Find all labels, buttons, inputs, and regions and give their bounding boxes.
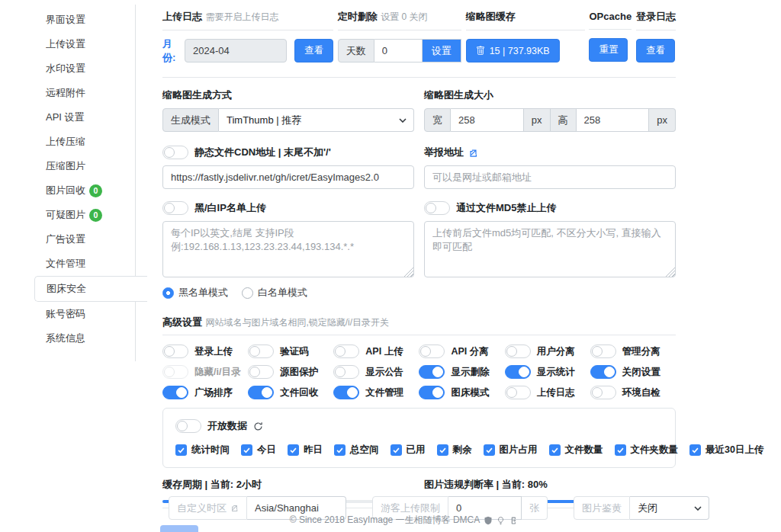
toggle-switch-icon[interactable] <box>505 386 531 399</box>
advanced-toggle[interactable]: 显示删除 <box>419 365 504 379</box>
sidebar-item[interactable]: 压缩图片 <box>34 154 135 178</box>
set-days-button[interactable]: 设置 <box>423 39 461 62</box>
toggle-switch-icon[interactable] <box>505 365 531 379</box>
advanced-toggle[interactable]: 管理分离 <box>590 345 676 358</box>
blacklist-radio[interactable]: 黑名单模式 <box>162 286 228 300</box>
login-log-view-button[interactable]: 查看 <box>636 39 675 62</box>
advanced-toggle[interactable]: 环境自检 <box>590 386 676 399</box>
stat-checkbox[interactable]: 文件数量 <box>549 444 603 457</box>
logout-icon[interactable] <box>509 516 518 525</box>
open-data-panel: 开放数据 统计时间 今日 昨日 总空间 <box>162 408 676 468</box>
toggle-switch-icon[interactable] <box>162 345 188 358</box>
stat-checkbox[interactable]: 文件夹数量 <box>615 444 679 457</box>
md5-toggle[interactable] <box>424 201 450 215</box>
md5-textarea[interactable] <box>424 221 676 277</box>
ip-list-toggle[interactable] <box>162 201 188 215</box>
stat-checkbox[interactable]: 统计时间 <box>175 444 230 457</box>
toggle-switch-icon[interactable] <box>333 386 359 399</box>
report-input[interactable] <box>424 165 676 189</box>
stat-checkbox[interactable]: 最近30日上传 <box>689 444 763 457</box>
toggle-switch-icon[interactable] <box>333 345 359 358</box>
thumb-size-title: 缩略图生成大小 <box>424 88 676 102</box>
stat-checkbox[interactable]: 图片占用 <box>484 444 538 457</box>
open-data-toggle[interactable] <box>175 419 201 433</box>
toggle-switch-icon[interactable] <box>419 386 445 399</box>
view-log-button[interactable]: 查看 <box>294 39 333 62</box>
save-button[interactable] <box>160 525 198 532</box>
md5-label: 通过文件MD5禁止上传 <box>456 201 556 215</box>
sidebar-item[interactable]: 水印设置 <box>34 56 135 81</box>
advanced-toggle[interactable]: API 上传 <box>333 345 419 358</box>
lightbulb-icon[interactable] <box>497 516 505 525</box>
external-link-icon[interactable] <box>468 148 478 158</box>
advanced-toggle[interactable]: 隐藏/i/目录 <box>162 365 248 379</box>
advanced-toggle[interactable]: 登录上传 <box>162 345 248 358</box>
advanced-toggle[interactable]: 显示统计 <box>505 365 590 379</box>
checkbox-checked-icon <box>549 444 561 456</box>
width-input[interactable] <box>451 108 524 132</box>
toggle-switch-icon[interactable] <box>248 345 274 358</box>
sidebar-item[interactable]: 上传设置 <box>34 32 135 56</box>
sidebar-item[interactable]: 界面设置 <box>34 8 135 32</box>
toggle-switch-icon[interactable] <box>333 365 359 379</box>
stat-checkbox[interactable]: 已用 <box>390 444 426 457</box>
ip-list-textarea[interactable] <box>162 221 414 277</box>
cdn-label: 静态文件CDN地址 | 末尾不加'/' <box>194 146 331 159</box>
advanced-toggle[interactable]: 图床模式 <box>419 386 504 399</box>
sidebar-item[interactable]: 系统信息 <box>34 326 135 351</box>
days-input[interactable] <box>374 39 423 62</box>
advanced-toggle[interactable]: 广场排序 <box>162 386 248 399</box>
toggle-switch-icon[interactable] <box>162 365 188 379</box>
toggle-switch-icon[interactable] <box>248 365 274 379</box>
month-input[interactable] <box>185 39 287 62</box>
cdn-input[interactable] <box>162 165 414 189</box>
toggle-switch-icon[interactable] <box>419 365 445 379</box>
count-badge: 0 <box>89 209 102 222</box>
toggle-switch-icon[interactable] <box>590 345 616 358</box>
advanced-toggle[interactable]: 文件回收 <box>248 386 333 399</box>
violation-rate-label: 图片违规判断率 | 当前: 80% <box>424 478 676 492</box>
advanced-toggle[interactable]: 用户分离 <box>505 345 590 358</box>
opcache-reset-button[interactable]: 重置 <box>589 38 628 62</box>
advanced-toggle[interactable]: 验证码 <box>248 345 333 358</box>
whitelist-radio[interactable]: 白名单模式 <box>242 286 307 300</box>
advanced-toggle[interactable]: 源图保护 <box>248 365 333 379</box>
advanced-toggle[interactable]: 文件管理 <box>333 386 419 399</box>
sidebar-item[interactable]: 文件管理 <box>34 252 135 276</box>
stat-checkbox[interactable]: 剩余 <box>437 444 472 457</box>
advanced-toggle[interactable]: API 分离 <box>419 345 504 358</box>
sidebar-item[interactable]: 上传压缩 <box>34 130 135 154</box>
dmca-badge-icon[interactable] <box>484 516 493 525</box>
toggle-switch-icon[interactable] <box>590 365 616 379</box>
sidebar-item[interactable]: 远程附件 <box>34 81 135 105</box>
sidebar-item[interactable]: 可疑图片 0 <box>34 203 135 227</box>
stat-checkbox[interactable]: 总空间 <box>334 444 379 457</box>
sidebar-item[interactable]: 账号密码 <box>34 302 135 326</box>
sidebar-item[interactable]: 图片回收 0 <box>34 178 135 203</box>
clear-thumb-cache-button[interactable]: 15 | 737.93KB <box>466 39 560 62</box>
toggle-switch-icon[interactable] <box>162 386 188 399</box>
advanced-toggle[interactable]: 上传日志 <box>505 386 590 399</box>
sidebar-item[interactable]: API 设置 <box>34 105 135 130</box>
checkbox-checked-icon <box>390 444 402 456</box>
thumb-size-section: 缩略图生成大小 宽 px 高 px <box>424 88 676 132</box>
thumb-mode-select[interactable]: TimThumb | 推荐 <box>219 108 414 132</box>
advanced-toggle[interactable]: 显示公告 <box>333 365 419 379</box>
toggle-switch-icon[interactable] <box>505 345 531 358</box>
advanced-toggle[interactable]: 关闭设置 <box>590 365 676 379</box>
refresh-icon[interactable] <box>253 421 263 431</box>
stat-checkbox[interactable]: 昨日 <box>288 444 323 457</box>
height-input[interactable] <box>577 108 650 132</box>
timezone-label: 自定义时区 <box>177 502 227 515</box>
stat-checkbox[interactable]: 今日 <box>241 444 276 457</box>
toggle-switch-icon[interactable] <box>419 345 445 358</box>
toggle-switch-icon[interactable] <box>248 386 274 399</box>
sidebar-item[interactable]: 广告设置 <box>34 227 135 252</box>
toggle-switch-icon[interactable] <box>590 386 616 399</box>
sidebar-item[interactable]: 图床安全 <box>34 276 147 302</box>
chevron-down-icon <box>399 118 407 123</box>
external-link-icon[interactable] <box>230 504 239 512</box>
thumb-mode-label: 生成模式 <box>162 108 219 132</box>
checkbox-checked-icon <box>334 444 346 456</box>
cdn-toggle[interactable] <box>162 146 188 159</box>
